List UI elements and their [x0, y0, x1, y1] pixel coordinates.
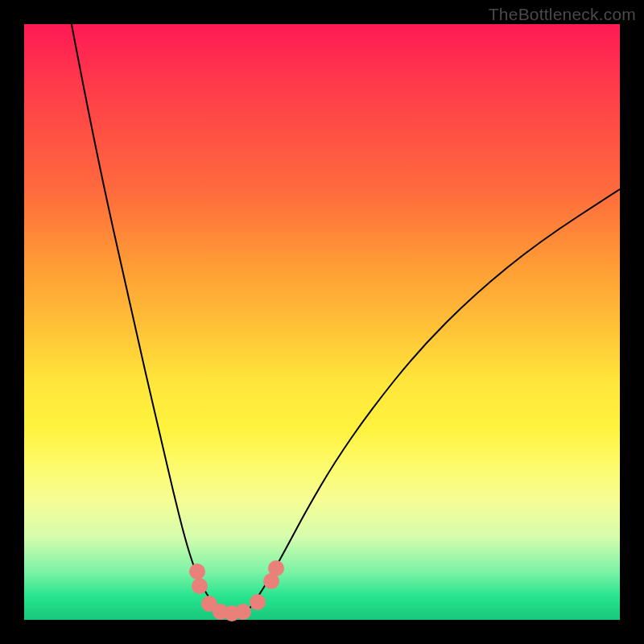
curve-right-branch — [250, 189, 620, 609]
chart-frame: TheBottleneck.com — [0, 0, 644, 644]
marker-left-dot-2 — [192, 578, 208, 594]
marker-right-dot-1 — [250, 594, 266, 610]
marker-left-dot-1 — [189, 564, 205, 580]
valley-markers — [189, 560, 284, 621]
watermark-text: TheBottleneck.com — [489, 5, 636, 24]
marker-right-dot-3 — [268, 560, 284, 576]
curve-left-branch — [68, 8, 217, 609]
marker-bottom-3 — [235, 604, 251, 620]
chart-svg — [24, 24, 620, 620]
